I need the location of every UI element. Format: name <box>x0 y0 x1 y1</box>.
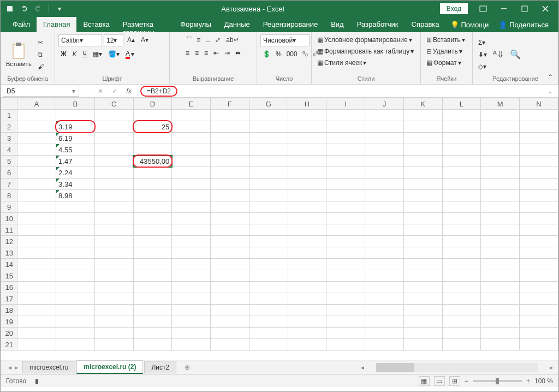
cell-M19[interactable] <box>481 316 520 328</box>
cell-D9[interactable] <box>133 201 172 213</box>
cell-E5[interactable] <box>172 156 211 167</box>
col-header-J[interactable]: J <box>365 98 404 110</box>
row-header-9[interactable]: 9 <box>1 201 17 213</box>
cell-L21[interactable] <box>442 339 481 351</box>
cell-B15[interactable] <box>56 270 95 282</box>
cell-N1[interactable] <box>520 110 558 121</box>
cell-F15[interactable] <box>211 270 249 282</box>
cell-C1[interactable] <box>94 110 133 121</box>
align-left-icon[interactable]: ≡ <box>183 47 192 58</box>
tab-file[interactable]: Файл <box>6 17 37 32</box>
cell-I7[interactable] <box>326 179 365 190</box>
cell-E12[interactable] <box>172 236 211 247</box>
cell-F10[interactable] <box>211 213 249 224</box>
percent-icon[interactable]: % <box>273 49 284 60</box>
cell-N10[interactable] <box>520 213 558 224</box>
cancel-formula-icon[interactable]: ✕ <box>94 86 106 97</box>
cell-J17[interactable] <box>365 293 404 305</box>
scroll-left-icon[interactable]: ◂ <box>359 364 366 371</box>
cell-G20[interactable] <box>249 328 288 339</box>
clear-icon[interactable]: ◇▾ <box>476 61 489 72</box>
cell-J2[interactable] <box>365 121 404 133</box>
cell-L13[interactable] <box>442 247 481 259</box>
cell-I8[interactable] <box>326 190 365 201</box>
number-format-combo[interactable]: Числовой▾ <box>260 34 310 46</box>
cell-N14[interactable] <box>520 259 558 270</box>
cell-C5[interactable] <box>94 156 133 167</box>
zoom-slider[interactable] <box>473 380 522 382</box>
cell-G7[interactable] <box>249 179 288 190</box>
cell-D21[interactable] <box>133 339 172 351</box>
macro-record-icon[interactable]: ▮ <box>35 377 39 385</box>
cell-B10[interactable] <box>56 213 95 224</box>
cell-L16[interactable] <box>442 282 481 293</box>
cell-B16[interactable] <box>56 282 95 293</box>
cell-I2[interactable] <box>326 121 365 133</box>
cell-D4[interactable] <box>133 144 172 156</box>
cell-B20[interactable] <box>56 328 95 339</box>
page-break-view-icon[interactable]: ⊞ <box>449 376 460 386</box>
cell-J11[interactable] <box>365 224 404 236</box>
cell-E13[interactable] <box>172 247 211 259</box>
cell-F19[interactable] <box>211 316 249 328</box>
cell-B2[interactable]: 3.19 <box>56 121 95 133</box>
cell-D8[interactable] <box>133 190 172 201</box>
cell-J9[interactable] <box>365 201 404 213</box>
cell-K10[interactable] <box>403 213 442 224</box>
cell-H21[interactable] <box>288 339 326 351</box>
cell-E21[interactable] <box>172 339 211 351</box>
cell-G5[interactable] <box>249 156 288 167</box>
cell-I4[interactable] <box>326 144 365 156</box>
row-header-4[interactable]: 4 <box>1 144 17 156</box>
cell-J1[interactable] <box>365 110 404 121</box>
col-header-M[interactable]: M <box>481 98 520 110</box>
cell-M17[interactable] <box>481 293 520 305</box>
cell-D3[interactable] <box>133 133 172 144</box>
tab-review[interactable]: Рецензирование <box>257 17 324 32</box>
cell-I20[interactable] <box>326 328 365 339</box>
cell-K16[interactable] <box>403 282 442 293</box>
cell-N2[interactable] <box>520 121 558 133</box>
cell-L10[interactable] <box>442 213 481 224</box>
cell-N5[interactable] <box>520 156 558 167</box>
redo-icon[interactable] <box>32 3 44 15</box>
cell-I17[interactable] <box>326 293 365 305</box>
row-header-12[interactable]: 12 <box>1 236 17 247</box>
cell-K1[interactable] <box>403 110 442 121</box>
cell-B12[interactable] <box>56 236 95 247</box>
cell-H19[interactable] <box>288 316 326 328</box>
cell-I10[interactable] <box>326 213 365 224</box>
cell-C4[interactable] <box>94 144 133 156</box>
row-header-21[interactable]: 21 <box>1 339 17 351</box>
cell-K6[interactable] <box>403 167 442 179</box>
col-header-L[interactable]: L <box>442 98 481 110</box>
cell-D19[interactable] <box>133 316 172 328</box>
cell-C20[interactable] <box>94 328 133 339</box>
cell-N3[interactable] <box>520 133 558 144</box>
cell-K9[interactable] <box>403 201 442 213</box>
cell-G8[interactable] <box>249 190 288 201</box>
cell-G19[interactable] <box>249 316 288 328</box>
cell-A10[interactable] <box>17 213 56 224</box>
cell-H14[interactable] <box>288 259 326 270</box>
cell-F4[interactable] <box>211 144 249 156</box>
cell-J10[interactable] <box>365 213 404 224</box>
cell-J18[interactable] <box>365 305 404 316</box>
cell-H18[interactable] <box>288 305 326 316</box>
cell-L2[interactable] <box>442 121 481 133</box>
copy-icon[interactable]: ⧉ <box>35 49 46 60</box>
cell-N6[interactable] <box>520 167 558 179</box>
cell-B21[interactable] <box>56 339 95 351</box>
cell-N19[interactable] <box>520 316 558 328</box>
orientation-icon[interactable]: ⤢ <box>213 34 223 45</box>
cell-G3[interactable] <box>249 133 288 144</box>
enter-formula-icon[interactable]: ✓ <box>109 86 121 97</box>
cell-L5[interactable] <box>442 156 481 167</box>
cell-E4[interactable] <box>172 144 211 156</box>
cell-C9[interactable] <box>94 201 133 213</box>
cell-H1[interactable] <box>288 110 326 121</box>
cell-G9[interactable] <box>249 201 288 213</box>
row-header-18[interactable]: 18 <box>1 305 17 316</box>
align-right-icon[interactable]: ≡ <box>202 47 210 58</box>
cell-H17[interactable] <box>288 293 326 305</box>
